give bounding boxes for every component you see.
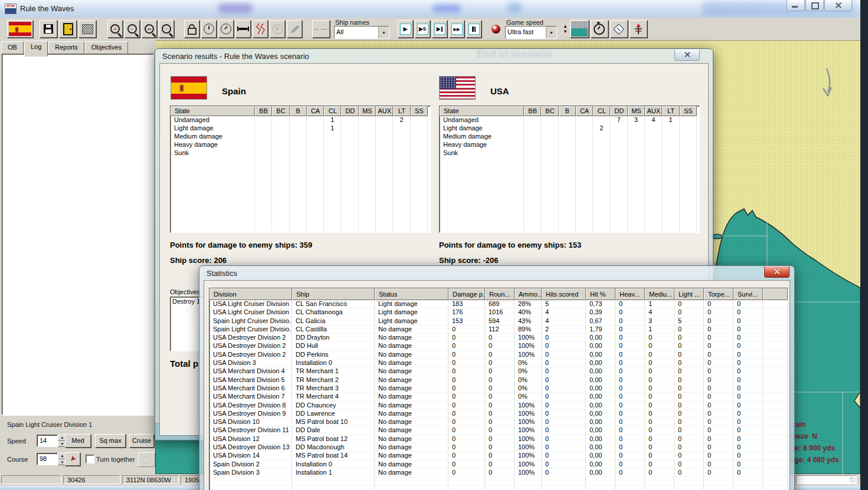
- table-cell: [763, 325, 788, 334]
- main-toolbar: + − xs − F ·· ··· Ship names All ▼ ▶ ▶5 …: [0, 18, 860, 41]
- play-5-button[interactable]: ▶5: [415, 20, 430, 38]
- table-cell: 0,00: [586, 443, 615, 452]
- table-cell: [411, 157, 428, 166]
- table-cell: [704, 477, 733, 485]
- zigzag-icon: [255, 22, 266, 35]
- save-button[interactable]: [40, 20, 57, 38]
- table-cell: Heavy damage: [171, 141, 255, 149]
- table-cell: [680, 182, 697, 190]
- table-cell: 0: [485, 443, 515, 452]
- compass-button[interactable]: [138, 452, 155, 467]
- set-course-button[interactable]: ➤: [65, 452, 80, 466]
- division-control-panel: Spain Light Cruiser Division 1 Speed 14 …: [0, 415, 155, 473]
- table-cell: [610, 207, 627, 215]
- tag-button[interactable]: [610, 20, 628, 38]
- table-cell: 0: [645, 452, 674, 460]
- chevron-down-icon[interactable]: ▼: [546, 27, 556, 38]
- stopwatch-button[interactable]: [591, 20, 608, 38]
- table-cell: [541, 149, 558, 157]
- play-button[interactable]: ▶: [398, 20, 413, 38]
- chevron-down-icon[interactable]: ▼: [378, 27, 389, 38]
- lock-button[interactable]: [184, 20, 199, 38]
- zoom-reset-button[interactable]: −: [159, 20, 174, 38]
- zoom-out-icon: −: [127, 24, 137, 34]
- table-cell: [171, 174, 255, 182]
- speed-value[interactable]: 14: [37, 435, 58, 447]
- table-cell: 2: [542, 325, 586, 334]
- table-cell: [376, 223, 393, 232]
- window-titlebar[interactable]: RTW Rule the Waves: [0, 0, 860, 18]
- fast-forward-button[interactable]: ▶▶: [449, 20, 464, 38]
- map-texture-button[interactable]: [570, 20, 589, 38]
- zoom-in-button[interactable]: +: [107, 20, 123, 38]
- table-cell: 0: [733, 300, 763, 308]
- usa-results-table[interactable]: StateBBBCBCACLDDMSAUXLTSSUndamaged7341Li…: [439, 106, 700, 233]
- resize-grip[interactable]: [850, 477, 856, 483]
- clock-icon: [221, 24, 231, 34]
- close-button[interactable]: [674, 50, 700, 61]
- down-arrow-icon[interactable]: ▼: [563, 29, 568, 34]
- speed-stepper[interactable]: ▲▼: [563, 24, 568, 34]
- settings-button[interactable]: [78, 20, 96, 38]
- table-cell: 0: [645, 334, 674, 342]
- table-cell: [341, 182, 358, 190]
- pause-button[interactable]: [466, 20, 482, 38]
- log-listbox[interactable]: [2, 54, 154, 416]
- draw-button[interactable]: [287, 20, 302, 38]
- cruise-button[interactable]: Cruise: [129, 434, 154, 448]
- play-to-button[interactable]: ▶: [432, 20, 447, 38]
- tab-log[interactable]: Log: [24, 41, 48, 57]
- table-cell: USA Destroyer Division 11: [209, 426, 292, 435]
- table-cell: Light damage: [375, 300, 448, 308]
- table-cell: [542, 486, 586, 490]
- close-button[interactable]: [764, 267, 790, 278]
- dots-button[interactable]: ·· ···: [312, 20, 330, 38]
- spain-results-table[interactable]: StateBBBCBCACLDDMSAUXLTSSUndamaged12Ligh…: [170, 106, 431, 233]
- statistics-dialog[interactable]: Statistics DivisionShipStatusDamage p...…: [199, 265, 795, 490]
- time-button-2[interactable]: [218, 20, 234, 38]
- med-button[interactable]: Med: [65, 434, 91, 448]
- table-cell: [576, 133, 593, 141]
- minimize-button[interactable]: [787, 0, 805, 11]
- table-cell: [411, 133, 428, 141]
- table-cell: [610, 174, 627, 182]
- table-cell: TR Merchant 1: [292, 367, 375, 376]
- formation-button[interactable]: F: [270, 20, 285, 38]
- tab-ob[interactable]: OB: [1, 41, 24, 54]
- circle-icon: [143, 456, 150, 463]
- table-cell: [680, 215, 697, 223]
- signal-button[interactable]: [630, 20, 647, 38]
- table-cell: USA Division 3: [209, 359, 292, 367]
- ship-names-dropdown[interactable]: All ▼: [334, 26, 389, 39]
- sq-max-button[interactable]: Sq max: [95, 434, 126, 448]
- table-cell: [393, 157, 410, 166]
- table-cell: 0: [615, 435, 645, 443]
- table-cell: 0: [615, 426, 645, 435]
- statistics-table[interactable]: DivisionShipStatusDamage p...Roun...Ammo…: [209, 288, 788, 490]
- table-cell: [763, 410, 788, 418]
- zoom-xs-button[interactable]: xs: [142, 20, 157, 38]
- zoom-out-button[interactable]: −: [125, 20, 140, 38]
- close-button[interactable]: [824, 0, 852, 11]
- game-speed-dropdown[interactable]: Ultra fast ▼: [505, 26, 557, 39]
- table-cell: [645, 157, 662, 166]
- table-cell: [559, 157, 576, 166]
- table-cell: No damage: [375, 435, 448, 443]
- nation-flag-button[interactable]: [7, 20, 33, 38]
- table-cell: 0: [448, 351, 485, 359]
- table-cell: 89%: [515, 325, 542, 334]
- course-stepper[interactable]: 98 ▲▼: [37, 453, 67, 465]
- course-lines-button[interactable]: [253, 20, 268, 38]
- range-button[interactable]: [235, 20, 251, 38]
- up-arrow-icon[interactable]: ▲: [563, 24, 568, 29]
- time-button-1[interactable]: [201, 20, 217, 38]
- tab-reports[interactable]: Reports: [48, 41, 84, 54]
- turn-together-checkbox[interactable]: [86, 455, 94, 463]
- speed-stepper[interactable]: 14 ▲▼: [37, 435, 67, 447]
- course-value[interactable]: 98: [37, 453, 58, 465]
- tab-objectives[interactable]: Objectives: [85, 41, 128, 54]
- table-cell: [763, 342, 788, 350]
- exit-button[interactable]: [59, 20, 77, 38]
- maximize-button[interactable]: [805, 0, 824, 11]
- table-cell: 0: [674, 367, 704, 376]
